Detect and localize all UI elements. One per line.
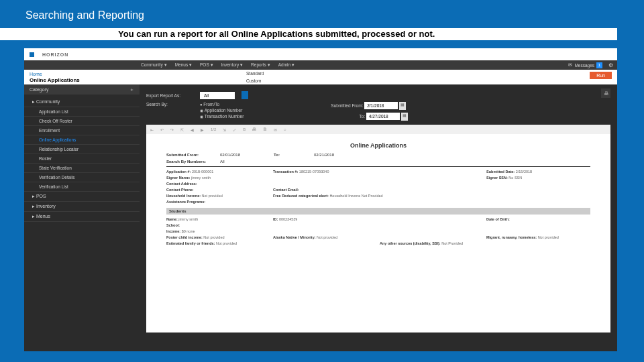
to-date-input[interactable]: 4/27/2018 [366, 113, 400, 120]
menu-pos[interactable]: POS ▾ [200, 62, 213, 68]
brand-name: HORIZON [42, 52, 68, 57]
sidebar-item-community[interactable]: ▸ Community [24, 97, 140, 107]
tb-next-icon[interactable]: ▶ [201, 127, 204, 132]
radio-from-to[interactable]: From/To [200, 102, 244, 107]
report-body: Online Applications Submitted From: 02/0… [146, 134, 610, 251]
chevron-down-icon[interactable] [241, 91, 248, 99]
calendar-icon[interactable]: ▦ [399, 102, 406, 110]
radio-trans-number[interactable]: Transaction Number [200, 114, 244, 119]
calendar-icon[interactable]: ▦ [401, 113, 408, 121]
tb-begin-icon[interactable]: ⇱ [180, 127, 184, 132]
sidebar-item-verification-list[interactable]: Verification List [24, 182, 140, 192]
tb-redo-icon[interactable]: ↷ [170, 127, 174, 132]
report-toolbar: ⇤ ↶ ↷ ⇱ ◀ ▶ 1/2 ⇲ ⤢ B 🖶 🖺 ✉ ⌕ [146, 125, 610, 134]
sidebar-item-state-verification[interactable]: State Verification [24, 164, 140, 173]
sidebar-item-check-off-roster[interactable]: Check Off Roster [24, 117, 140, 126]
sidebar-item-enrollment[interactable]: Enrollment [24, 126, 140, 135]
sidebar-item-roster[interactable]: Roster [24, 154, 140, 164]
tb-end-icon[interactable]: ⇲ [223, 127, 226, 132]
mail-icon: ✉ [568, 62, 572, 68]
content-pane: 🖶 Export Report As: All Search By: From/… [140, 84, 617, 351]
report-title: Online Applications [166, 142, 590, 149]
breadcrumb-home[interactable]: Home [30, 72, 42, 76]
menu-menus[interactable]: Menus ▾ [175, 62, 192, 68]
tb-bold-icon[interactable]: B [243, 127, 246, 131]
export-label: Export Report As: [146, 93, 193, 98]
gear-icon[interactable]: ⚙ [608, 62, 613, 68]
print-report-icon[interactable]: 🖶 [601, 88, 610, 98]
sidebar-item-pos[interactable]: ▸ POS [24, 192, 140, 202]
menu-inventory[interactable]: Inventory ▾ [221, 62, 244, 68]
workspace: Category ＋ ▸ Community Application List … [24, 84, 617, 351]
menu-community[interactable]: Community ▾ [141, 62, 167, 68]
search-by-label: Search By: [146, 102, 193, 107]
sidebar-item-application-list[interactable]: Application List [24, 107, 140, 117]
tb-page-indicator: 1/2 [211, 127, 216, 131]
page-title: Online Applications [30, 77, 612, 83]
report-viewer: ⇤ ↶ ↷ ⇱ ◀ ▶ 1/2 ⇲ ⤢ B 🖶 🖺 ✉ ⌕ Online App [146, 125, 610, 333]
app-frame: HORIZON Community ▾ Menus ▾ POS ▾ Invent… [24, 48, 617, 351]
menu-admin[interactable]: Admin ▾ [278, 62, 294, 68]
sidebar-item-menus[interactable]: ▸ Menus [24, 212, 140, 222]
dropdown-custom[interactable]: Custom [244, 77, 268, 84]
student-row: Name: jimmy smith ID: 000234539 Date of … [166, 217, 590, 245]
add-category-icon[interactable]: ＋ [129, 86, 134, 93]
tb-mail-icon[interactable]: ✉ [274, 127, 277, 132]
tb-first-icon[interactable]: ⇤ [150, 127, 154, 132]
category-header: Category ＋ [24, 84, 140, 95]
sidebar-item-verification-details[interactable]: Verification Details [24, 173, 140, 182]
tb-fullscreen-icon[interactable]: ⤢ [233, 127, 236, 132]
export-select[interactable]: All [200, 92, 235, 99]
from-date-input[interactable]: 2/1/2018 [364, 102, 398, 109]
sidebar-tree: ▸ Community Application List Check Off R… [24, 95, 140, 225]
brand-logo-icon [30, 52, 34, 57]
sidebar-item-online-applications[interactable]: Online Applications [24, 135, 140, 145]
dropdown-standard[interactable]: Standard [244, 70, 268, 77]
brand-bar: HORIZON [24, 48, 617, 60]
to-label: To: [359, 114, 365, 119]
tb-prev-icon[interactable]: ◀ [191, 127, 194, 132]
run-button[interactable]: Run [590, 72, 612, 79]
search-by-radios: From/To Application Number Transaction N… [200, 102, 244, 119]
tb-save-icon[interactable]: 🖺 [263, 127, 267, 131]
messages-badge: 1 [596, 62, 602, 68]
slide-title: Searching and Reporting [0, 0, 644, 21]
sidebar-item-relationship-locator[interactable]: Relationship Locator [24, 145, 140, 154]
tb-print-icon[interactable]: 🖶 [252, 127, 256, 131]
menu-reports[interactable]: Reports ▾ [251, 62, 270, 68]
record-row: Application #: 2018-000001 Transaction #… [166, 170, 590, 204]
reports-dropdown: Standard Custom [244, 70, 268, 84]
main-menu: Community ▾ Menus ▾ POS ▾ Inventory ▾ Re… [24, 60, 617, 70]
tb-search-icon[interactable]: ⌕ [284, 127, 286, 131]
tb-undo-icon[interactable]: ↶ [160, 127, 164, 132]
slide-subtitle: You can run a report for all Online Appl… [0, 28, 617, 40]
messages-link[interactable]: ✉ Messages 1 [568, 62, 602, 68]
sidebar: Category ＋ ▸ Community Application List … [24, 84, 140, 351]
students-header: Students [166, 208, 590, 215]
from-label: Submitted From: [331, 103, 363, 108]
sidebar-item-inventory[interactable]: ▸ Inventory [24, 202, 140, 212]
breadcrumb-bar: Home Online Applications Run [24, 70, 617, 84]
radio-app-number[interactable]: Application Number [200, 108, 244, 113]
